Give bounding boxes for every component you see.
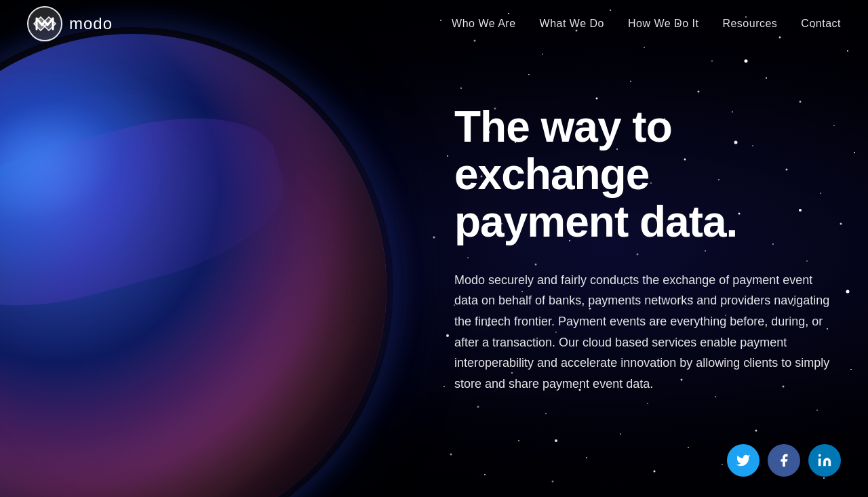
hero-content: The way to exchange payment data. Modo s… xyxy=(434,0,868,497)
nav-links: Who We Are What We Do How We Do It Resou… xyxy=(452,18,841,30)
linkedin-icon xyxy=(817,453,832,468)
nav-link-how-we-do-it[interactable]: How We Do It xyxy=(628,18,698,29)
hero-headline: The way to exchange payment data. xyxy=(454,103,834,246)
linkedin-button[interactable] xyxy=(808,444,841,477)
nav-item-how-we-do-it[interactable]: How We Do It xyxy=(628,18,698,30)
nav-link-what-we-do[interactable]: What We Do xyxy=(540,18,604,29)
nav-item-contact[interactable]: Contact xyxy=(801,18,841,30)
twitter-button[interactable] xyxy=(727,444,760,477)
navbar: modo Who We Are What We Do How We Do It … xyxy=(0,0,868,47)
planet xyxy=(0,34,387,497)
svg-point-97 xyxy=(818,454,821,457)
logo[interactable]: modo xyxy=(27,6,113,41)
logo-icon xyxy=(27,6,62,41)
facebook-button[interactable] xyxy=(768,444,800,477)
twitter-icon xyxy=(736,453,751,468)
nav-item-who-we-are[interactable]: Who We Are xyxy=(452,18,516,30)
brand-name: modo xyxy=(69,14,113,33)
social-bar xyxy=(727,444,841,477)
hero-description: Modo securely and fairly conducts the ex… xyxy=(454,270,834,395)
nav-link-contact[interactable]: Contact xyxy=(801,18,841,29)
nav-link-who-we-are[interactable]: Who We Are xyxy=(452,18,516,29)
facebook-icon xyxy=(776,453,791,468)
nav-item-what-we-do[interactable]: What We Do xyxy=(540,18,604,30)
nav-item-resources[interactable]: Resources xyxy=(722,18,777,30)
nav-link-resources[interactable]: Resources xyxy=(722,18,777,29)
